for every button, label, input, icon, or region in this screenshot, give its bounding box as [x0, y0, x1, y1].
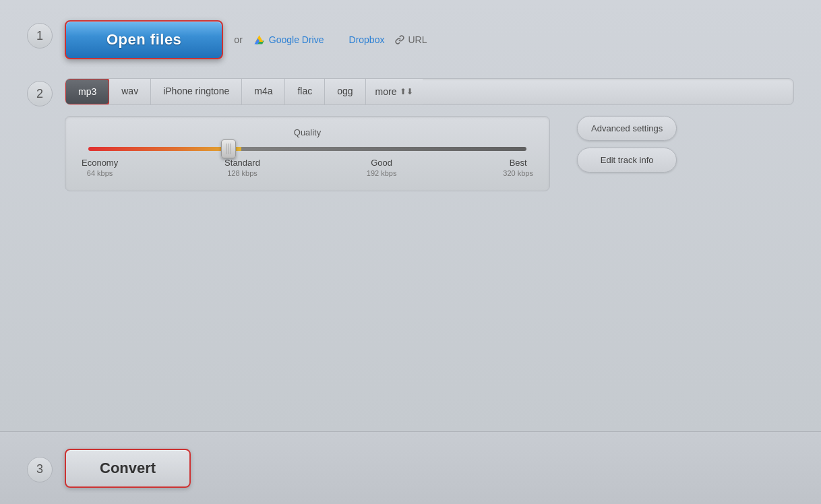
- url-link[interactable]: URL: [395, 34, 427, 45]
- quality-marker-economy: Economy 64 kbps: [82, 158, 118, 177]
- slider-container: [88, 147, 526, 151]
- format-row-content: mp3 wav iPhone ringtone m4a flac ogg mor…: [65, 78, 794, 191]
- edit-track-info-button[interactable]: Edit track info: [577, 148, 677, 172]
- slider-track: [88, 147, 526, 151]
- dropbox-icon: [335, 34, 346, 45]
- best-label: Best: [503, 158, 533, 168]
- bottom-bar: 3 Convert: [0, 431, 821, 504]
- tab-m4a[interactable]: m4a: [242, 79, 285, 104]
- quality-label: Quality: [82, 127, 533, 137]
- tab-ogg[interactable]: ogg: [325, 79, 365, 104]
- google-drive-link[interactable]: Google Drive: [253, 34, 324, 46]
- cloud-links: Google Drive Dropbox URL: [253, 34, 427, 46]
- economy-label: Economy: [82, 158, 118, 168]
- tab-iphone-ringtone[interactable]: iPhone ringtone: [151, 79, 242, 104]
- quality-and-buttons: Quality Economy 64 kbps Standard: [65, 105, 794, 191]
- or-text: or: [234, 34, 242, 45]
- tab-wav[interactable]: wav: [109, 79, 151, 104]
- quality-section: Quality Economy 64 kbps Standard: [65, 116, 550, 191]
- good-label: Good: [367, 158, 397, 168]
- tab-more[interactable]: more ⬆⬇: [366, 79, 423, 104]
- quality-slider-thumb[interactable]: [221, 139, 236, 158]
- more-label: more: [375, 86, 397, 97]
- tab-flac[interactable]: flac: [285, 79, 325, 104]
- step3-number: 3: [27, 457, 53, 482]
- quality-marker-standard: Standard 128 kbps: [224, 158, 260, 177]
- step1-number: 1: [27, 23, 53, 49]
- advanced-settings-button[interactable]: Advanced settings: [577, 116, 677, 141]
- convert-button[interactable]: Convert: [65, 449, 191, 488]
- right-buttons: Advanced settings Edit track info: [577, 116, 677, 172]
- google-drive-label: Google Drive: [269, 34, 324, 45]
- chevron-icon: ⬆⬇: [400, 87, 413, 96]
- economy-sublabel: 64 kbps: [82, 169, 118, 177]
- format-tabs: mp3 wav iPhone ringtone m4a flac ogg mor…: [65, 78, 794, 105]
- google-drive-icon: [253, 34, 266, 46]
- standard-label: Standard: [224, 158, 260, 168]
- url-icon: [395, 35, 404, 44]
- good-sublabel: 192 kbps: [367, 169, 397, 177]
- standard-sublabel: 128 kbps: [224, 169, 260, 177]
- dropbox-label: Dropbox: [349, 34, 385, 45]
- url-label: URL: [408, 34, 427, 45]
- step2-row: 2 mp3 wav iPhone ringtone m4a flac ogg m…: [27, 78, 794, 191]
- quality-marker-best: Best 320 kbps: [503, 158, 533, 177]
- tab-mp3[interactable]: mp3: [65, 78, 110, 105]
- step2-number: 2: [27, 81, 53, 106]
- open-files-button[interactable]: Open files: [65, 20, 223, 59]
- dropbox-link[interactable]: Dropbox: [335, 34, 385, 45]
- quality-marker-good: Good 192 kbps: [367, 158, 397, 177]
- quality-markers: Economy 64 kbps Standard 128 kbps Good 1…: [82, 158, 533, 177]
- step1-row: 1 Open files or Google Drive Drop: [27, 20, 794, 59]
- best-sublabel: 320 kbps: [503, 169, 533, 177]
